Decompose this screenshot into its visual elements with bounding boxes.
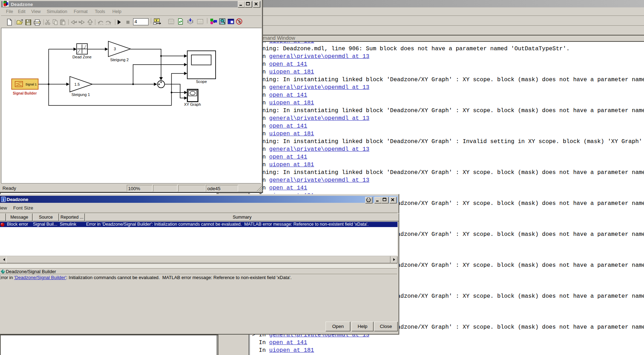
svg-text:Dead Zone: Dead Zone <box>72 55 91 59</box>
svg-text:Signal Builder: Signal Builder <box>13 91 37 95</box>
svg-text:Steigung 2: Steigung 2 <box>110 58 129 62</box>
svg-text:Signal 1: Signal 1 <box>26 82 37 86</box>
svg-text:XY Graph: XY Graph <box>184 102 201 106</box>
svg-text:Steigung 1: Steigung 1 <box>71 92 90 97</box>
svg-text:1.5: 1.5 <box>74 82 80 86</box>
svg-text:3: 3 <box>114 47 116 51</box>
svg-text:Scope: Scope <box>196 79 207 84</box>
